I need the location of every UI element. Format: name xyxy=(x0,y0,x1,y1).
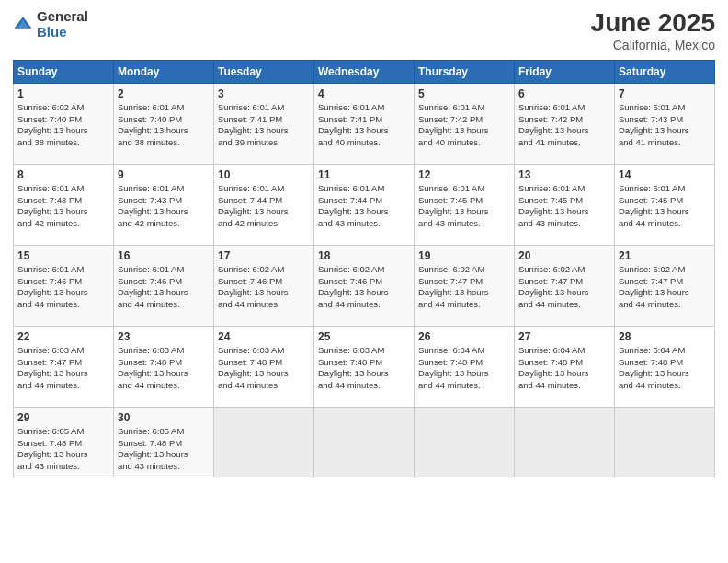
day-cell: 19Sunrise: 6:02 AM Sunset: 7:47 PM Dayli… xyxy=(415,245,515,326)
day-info: Sunrise: 6:01 AM Sunset: 7:43 PM Dayligh… xyxy=(17,183,109,230)
day-info: Sunrise: 6:04 AM Sunset: 7:48 PM Dayligh… xyxy=(518,345,610,392)
day-cell: 26Sunrise: 6:04 AM Sunset: 7:48 PM Dayli… xyxy=(415,326,515,407)
day-cell: 6Sunrise: 6:01 AM Sunset: 7:42 PM Daylig… xyxy=(515,83,615,164)
day-info: Sunrise: 6:01 AM Sunset: 7:43 PM Dayligh… xyxy=(118,183,210,230)
day-info: Sunrise: 6:01 AM Sunset: 7:45 PM Dayligh… xyxy=(619,183,711,230)
day-number: 26 xyxy=(418,330,510,343)
day-cell xyxy=(415,407,515,477)
day-number: 12 xyxy=(418,168,510,181)
day-cell: 28Sunrise: 6:04 AM Sunset: 7:48 PM Dayli… xyxy=(615,326,715,407)
header-tuesday: Tuesday xyxy=(214,60,314,83)
day-number: 3 xyxy=(218,87,310,100)
page: General Blue June 2025 California, Mexic… xyxy=(0,0,728,563)
week-row-1: 1Sunrise: 6:02 AM Sunset: 7:40 PM Daylig… xyxy=(14,83,715,164)
day-info: Sunrise: 6:04 AM Sunset: 7:48 PM Dayligh… xyxy=(619,345,711,392)
day-cell: 2Sunrise: 6:01 AM Sunset: 7:40 PM Daylig… xyxy=(114,83,214,164)
week-row-4: 22Sunrise: 6:03 AM Sunset: 7:47 PM Dayli… xyxy=(14,326,715,407)
day-cell: 13Sunrise: 6:01 AM Sunset: 7:45 PM Dayli… xyxy=(515,164,615,245)
day-info: Sunrise: 6:01 AM Sunset: 7:41 PM Dayligh… xyxy=(318,102,410,149)
day-info: Sunrise: 6:03 AM Sunset: 7:48 PM Dayligh… xyxy=(118,345,210,392)
day-info: Sunrise: 6:02 AM Sunset: 7:46 PM Dayligh… xyxy=(318,264,410,311)
header-saturday: Saturday xyxy=(615,60,715,83)
day-number: 19 xyxy=(418,249,510,262)
header-wednesday: Wednesday xyxy=(314,60,415,83)
day-cell: 4Sunrise: 6:01 AM Sunset: 7:41 PM Daylig… xyxy=(314,83,415,164)
day-cell: 25Sunrise: 6:03 AM Sunset: 7:48 PM Dayli… xyxy=(314,326,415,407)
logo-text: General Blue xyxy=(37,9,88,40)
day-info: Sunrise: 6:03 AM Sunset: 7:48 PM Dayligh… xyxy=(218,345,310,392)
day-number: 9 xyxy=(118,168,210,181)
day-cell xyxy=(515,407,615,477)
day-info: Sunrise: 6:05 AM Sunset: 7:48 PM Dayligh… xyxy=(118,426,210,473)
header-friday: Friday xyxy=(515,60,615,83)
day-number: 22 xyxy=(17,330,109,343)
day-number: 11 xyxy=(318,168,410,181)
header-thursday: Thursday xyxy=(415,60,515,83)
day-cell: 30Sunrise: 6:05 AM Sunset: 7:48 PM Dayli… xyxy=(114,407,214,477)
day-cell: 9Sunrise: 6:01 AM Sunset: 7:43 PM Daylig… xyxy=(114,164,214,245)
day-number: 4 xyxy=(318,87,410,100)
day-cell: 16Sunrise: 6:01 AM Sunset: 7:46 PM Dayli… xyxy=(114,245,214,326)
day-cell: 20Sunrise: 6:02 AM Sunset: 7:47 PM Dayli… xyxy=(515,245,615,326)
day-number: 23 xyxy=(118,330,210,343)
day-number: 17 xyxy=(218,249,310,262)
calendar-table: Sunday Monday Tuesday Wednesday Thursday… xyxy=(13,60,715,477)
day-cell xyxy=(615,407,715,477)
day-info: Sunrise: 6:01 AM Sunset: 7:44 PM Dayligh… xyxy=(318,183,410,230)
day-cell xyxy=(214,407,314,477)
day-number: 14 xyxy=(619,168,711,181)
day-info: Sunrise: 6:01 AM Sunset: 7:42 PM Dayligh… xyxy=(518,102,610,149)
logo-general: General xyxy=(37,9,88,25)
day-cell: 11Sunrise: 6:01 AM Sunset: 7:44 PM Dayli… xyxy=(314,164,415,245)
day-cell: 21Sunrise: 6:02 AM Sunset: 7:47 PM Dayli… xyxy=(615,245,715,326)
day-number: 13 xyxy=(518,168,610,181)
day-number: 21 xyxy=(619,249,711,262)
day-info: Sunrise: 6:01 AM Sunset: 7:42 PM Dayligh… xyxy=(418,102,510,149)
day-info: Sunrise: 6:01 AM Sunset: 7:43 PM Dayligh… xyxy=(619,102,711,149)
day-info: Sunrise: 6:01 AM Sunset: 7:41 PM Dayligh… xyxy=(218,102,310,149)
header: General Blue June 2025 California, Mexic… xyxy=(13,9,715,52)
day-info: Sunrise: 6:01 AM Sunset: 7:44 PM Dayligh… xyxy=(218,183,310,230)
day-number: 6 xyxy=(518,87,610,100)
day-number: 18 xyxy=(318,249,410,262)
day-info: Sunrise: 6:01 AM Sunset: 7:40 PM Dayligh… xyxy=(118,102,210,149)
logo-blue: Blue xyxy=(37,25,88,40)
day-number: 20 xyxy=(518,249,610,262)
day-cell: 12Sunrise: 6:01 AM Sunset: 7:45 PM Dayli… xyxy=(415,164,515,245)
day-cell: 18Sunrise: 6:02 AM Sunset: 7:46 PM Dayli… xyxy=(314,245,415,326)
day-cell xyxy=(314,407,415,477)
day-cell: 15Sunrise: 6:01 AM Sunset: 7:46 PM Dayli… xyxy=(14,245,114,326)
day-number: 10 xyxy=(218,168,310,181)
day-number: 15 xyxy=(17,249,109,262)
month-title: June 2025 xyxy=(591,9,715,38)
header-monday: Monday xyxy=(114,60,214,83)
title-area: June 2025 California, Mexico xyxy=(591,9,715,52)
logo: General Blue xyxy=(13,9,88,40)
day-info: Sunrise: 6:01 AM Sunset: 7:46 PM Dayligh… xyxy=(118,264,210,311)
day-info: Sunrise: 6:04 AM Sunset: 7:48 PM Dayligh… xyxy=(418,345,510,392)
day-number: 8 xyxy=(17,168,109,181)
day-cell: 14Sunrise: 6:01 AM Sunset: 7:45 PM Dayli… xyxy=(615,164,715,245)
day-info: Sunrise: 6:03 AM Sunset: 7:47 PM Dayligh… xyxy=(17,345,109,392)
day-number: 24 xyxy=(218,330,310,343)
day-cell: 1Sunrise: 6:02 AM Sunset: 7:40 PM Daylig… xyxy=(14,83,114,164)
day-cell: 29Sunrise: 6:05 AM Sunset: 7:48 PM Dayli… xyxy=(14,407,114,477)
day-info: Sunrise: 6:05 AM Sunset: 7:48 PM Dayligh… xyxy=(17,426,109,473)
day-info: Sunrise: 6:01 AM Sunset: 7:45 PM Dayligh… xyxy=(418,183,510,230)
day-info: Sunrise: 6:02 AM Sunset: 7:47 PM Dayligh… xyxy=(518,264,610,311)
day-number: 2 xyxy=(118,87,210,100)
day-cell: 22Sunrise: 6:03 AM Sunset: 7:47 PM Dayli… xyxy=(14,326,114,407)
day-cell: 3Sunrise: 6:01 AM Sunset: 7:41 PM Daylig… xyxy=(214,83,314,164)
day-info: Sunrise: 6:03 AM Sunset: 7:48 PM Dayligh… xyxy=(318,345,410,392)
day-cell: 8Sunrise: 6:01 AM Sunset: 7:43 PM Daylig… xyxy=(14,164,114,245)
day-cell: 27Sunrise: 6:04 AM Sunset: 7:48 PM Dayli… xyxy=(515,326,615,407)
day-cell: 5Sunrise: 6:01 AM Sunset: 7:42 PM Daylig… xyxy=(415,83,515,164)
day-number: 28 xyxy=(619,330,711,343)
week-row-3: 15Sunrise: 6:01 AM Sunset: 7:46 PM Dayli… xyxy=(14,245,715,326)
day-number: 30 xyxy=(118,411,210,424)
day-number: 25 xyxy=(318,330,410,343)
day-header-row: Sunday Monday Tuesday Wednesday Thursday… xyxy=(14,60,715,83)
day-info: Sunrise: 6:02 AM Sunset: 7:40 PM Dayligh… xyxy=(17,102,109,149)
day-cell: 10Sunrise: 6:01 AM Sunset: 7:44 PM Dayli… xyxy=(214,164,314,245)
day-cell: 17Sunrise: 6:02 AM Sunset: 7:46 PM Dayli… xyxy=(214,245,314,326)
